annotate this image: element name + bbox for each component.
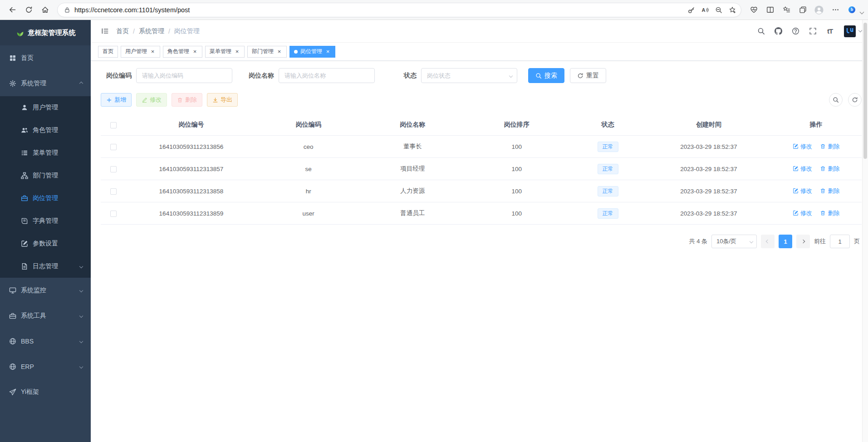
close-icon[interactable]: × xyxy=(276,49,282,54)
tab-label: 岗位管理 xyxy=(300,48,322,55)
tab-menu-mgmt[interactable]: 菜单管理× xyxy=(205,46,245,58)
refresh-icon xyxy=(577,73,584,79)
tab-home[interactable]: 首页 xyxy=(98,46,118,58)
globe-icon xyxy=(9,338,16,345)
post-code-input[interactable] xyxy=(136,68,232,83)
row-checkbox[interactable] xyxy=(110,166,117,172)
site-info-lock-icon[interactable] xyxy=(64,7,70,13)
delete-button[interactable]: 删除 xyxy=(172,93,202,107)
browser-refresh-button[interactable] xyxy=(21,3,36,17)
close-icon[interactable]: × xyxy=(325,49,331,54)
split-screen-button[interactable] xyxy=(762,3,778,17)
select-all-checkbox[interactable] xyxy=(110,122,117,128)
add-button[interactable]: 新增 xyxy=(101,93,132,107)
browser-back-button[interactable] xyxy=(5,3,20,17)
export-button[interactable]: 导出 xyxy=(207,93,238,107)
post-name-input[interactable] xyxy=(279,68,375,83)
browser-actions: b xyxy=(746,3,863,17)
edit-button[interactable]: 修改 xyxy=(136,93,167,107)
sidebar-item-home[interactable]: 首页 xyxy=(0,45,91,71)
sidebar-item-menu-mgmt[interactable]: 菜单管理 xyxy=(0,142,91,164)
sidebar-item-erp[interactable]: ERP xyxy=(0,354,91,379)
row-delete-button[interactable]: 删除 xyxy=(820,165,839,173)
sidebar-item-log-mgmt[interactable]: 日志管理 xyxy=(0,255,91,278)
users-icon xyxy=(21,127,28,134)
sidebar-item-label: 系统管理 xyxy=(21,79,46,88)
scrollbar-thumb[interactable] xyxy=(863,23,867,159)
sidebar-item-yi-framework[interactable]: Yi框架 xyxy=(0,379,91,405)
tab-post-mgmt[interactable]: 岗位管理× xyxy=(289,46,335,58)
edit-square-icon xyxy=(793,188,799,194)
sidebar-item-label: 用户管理 xyxy=(33,103,58,112)
sidebar-item-system-monitor[interactable]: 系统监控 xyxy=(0,278,91,303)
row-delete-button[interactable]: 删除 xyxy=(820,142,839,151)
tab-role-mgmt[interactable]: 角色管理× xyxy=(163,46,202,58)
help-button[interactable] xyxy=(789,25,802,38)
edit-square-icon xyxy=(793,166,799,172)
zoom-button[interactable] xyxy=(712,4,726,16)
edit-square-icon xyxy=(21,240,28,247)
copilot-dropdown-caret-icon[interactable] xyxy=(860,10,864,15)
sidebar-item-role-mgmt[interactable]: 角色管理 xyxy=(0,119,91,142)
refresh-icon xyxy=(852,97,858,103)
sidebar-collapse-button[interactable] xyxy=(97,24,113,39)
prev-page-button[interactable] xyxy=(761,235,775,248)
user-menu[interactable] xyxy=(844,25,862,37)
toolbox-icon xyxy=(9,312,16,319)
col-actions: 操作 xyxy=(770,121,862,129)
collections-button[interactable] xyxy=(795,3,810,17)
goto-page-input[interactable] xyxy=(830,235,850,248)
address-bar[interactable]: https://ccnetcore.com:1101/system/post xyxy=(57,3,741,17)
sidebar-item-bbs[interactable]: BBS xyxy=(0,329,91,354)
row-checkbox[interactable] xyxy=(110,188,117,195)
fullscreen-button[interactable] xyxy=(806,25,819,38)
refresh-table-button[interactable] xyxy=(848,93,862,107)
tab-dept-mgmt[interactable]: 部门管理× xyxy=(247,46,287,58)
row-checkbox[interactable] xyxy=(110,211,117,217)
close-icon[interactable]: × xyxy=(234,49,240,54)
profile-button[interactable] xyxy=(811,3,827,17)
row-delete-button[interactable]: 删除 xyxy=(820,187,839,195)
status-select[interactable]: 岗位状态 xyxy=(421,68,517,83)
breadcrumb-home[interactable]: 首页 xyxy=(116,27,129,35)
row-edit-button[interactable]: 修改 xyxy=(793,209,812,217)
sidebar-item-user-mgmt[interactable]: 用户管理 xyxy=(0,96,91,119)
toggle-search-button[interactable] xyxy=(829,93,843,107)
sidebar-item-post-mgmt[interactable]: 岗位管理 xyxy=(0,187,91,210)
page-size-select[interactable]: 10条/页 xyxy=(711,235,757,248)
favorites-button[interactable] xyxy=(779,3,794,17)
close-icon[interactable]: × xyxy=(192,49,198,54)
page-number-button[interactable]: 1 xyxy=(779,235,792,248)
sidebar-item-param-settings[interactable]: 参数设置 xyxy=(0,232,91,255)
row-edit-button[interactable]: 修改 xyxy=(793,142,812,151)
github-link-button[interactable] xyxy=(771,25,785,38)
browser-menu-button[interactable] xyxy=(828,3,843,17)
add-favorite-button[interactable] xyxy=(726,4,739,16)
browser-home-button[interactable] xyxy=(37,3,53,17)
vertical-scrollbar[interactable] xyxy=(862,20,868,442)
password-key-button[interactable] xyxy=(685,4,698,16)
close-icon[interactable]: × xyxy=(150,49,156,54)
read-aloud-button[interactable] xyxy=(698,4,712,16)
breadcrumb-system-mgmt[interactable]: 系统管理 xyxy=(139,27,164,35)
header-search-button[interactable] xyxy=(754,25,768,38)
sidebar-item-dept-mgmt[interactable]: 部门管理 xyxy=(0,164,91,187)
sidebar-item-system-tools[interactable]: 系统工具 xyxy=(0,303,91,329)
font-size-button[interactable]: tT xyxy=(823,25,837,38)
sidebar-item-dict-mgmt[interactable]: 字典管理 xyxy=(0,210,91,232)
copilot-button[interactable]: b xyxy=(844,3,859,17)
sidebar-item-system-mgmt[interactable]: 系统管理 xyxy=(0,71,91,96)
reset-button[interactable]: 重置 xyxy=(570,68,606,83)
search-button[interactable]: 搜索 xyxy=(528,68,564,83)
next-page-button[interactable] xyxy=(796,235,810,248)
system-mgmt-submenu: 用户管理 角色管理 菜单管理 部门管理 岗位管理 xyxy=(0,96,91,278)
cell-post-name: 人力资源 xyxy=(360,187,465,195)
url-text[interactable]: https://ccnetcore.com:1101/system/post xyxy=(74,6,685,14)
row-edit-button[interactable]: 修改 xyxy=(793,187,812,195)
browser-essentials-button[interactable] xyxy=(746,3,761,17)
row-checkbox[interactable] xyxy=(110,144,117,150)
tab-user-mgmt[interactable]: 用户管理× xyxy=(121,46,160,58)
row-delete-button[interactable]: 删除 xyxy=(820,209,839,217)
book-icon xyxy=(21,217,28,225)
row-edit-button[interactable]: 修改 xyxy=(793,165,812,173)
